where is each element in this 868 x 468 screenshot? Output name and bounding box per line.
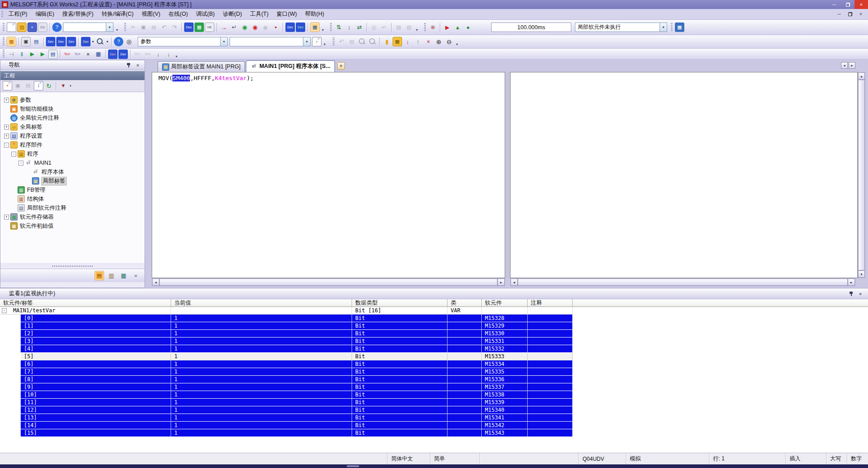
- bookmark-list-icon[interactable]: ▦: [393, 37, 402, 46]
- debug-task-list-icon[interactable]: ▤: [48, 50, 58, 59]
- read-from-plc-icon[interactable]: ↵: [230, 22, 239, 32]
- watch-row-[15][interactable]: [15]1BitM15343: [0, 429, 868, 437]
- horizontal-scrollbar-left[interactable]: ◄ ►: [152, 278, 505, 286]
- bookmark-set-icon[interactable]: ▮: [382, 37, 392, 46]
- write-to-plc-icon[interactable]: →: [219, 22, 229, 32]
- toolbar-overflow-icon[interactable]: ▾: [454, 37, 460, 46]
- toolbar-overflow-icon[interactable]: ▾: [174, 50, 179, 58]
- nav-resize-grip[interactable]: [0, 264, 145, 268]
- watch-column-header[interactable]: 数据类型: [352, 299, 448, 307]
- mdi-restore-button[interactable]: [846, 11, 854, 18]
- scroll-down-button[interactable]: ▼: [858, 270, 865, 278]
- tab-scroll-left-button[interactable]: ◄: [841, 62, 848, 69]
- menu-item[interactable]: 诊断(D): [219, 9, 246, 19]
- new-data-icon[interactable]: +: [3, 81, 12, 90]
- mdi-minimize-button[interactable]: ─: [836, 11, 843, 18]
- menu-item[interactable]: 帮助(H): [301, 9, 328, 19]
- watch-expander[interactable]: -: [2, 308, 7, 313]
- device-test-off-icon[interactable]: %×: [73, 50, 82, 59]
- device-comment-list-icon[interactable]: Dev: [46, 37, 55, 46]
- save-file-icon[interactable]: ▪: [27, 22, 37, 32]
- monitor-stop-icon[interactable]: ◉: [250, 22, 260, 32]
- sort-filter-icon[interactable]: ▼: [59, 81, 68, 90]
- menu-item[interactable]: 视图(V): [138, 9, 165, 19]
- tab-program-body[interactable]: ST MAIN1 [PRG] 程序本体 [S...: [246, 60, 335, 72]
- data-property-icon[interactable]: i: [34, 81, 43, 90]
- tree-item-结构体[interactable]: ▥结构体: [0, 194, 145, 203]
- watch-column-header[interactable]: 软元件: [482, 299, 528, 307]
- open-file-icon[interactable]: ▨: [17, 22, 27, 32]
- watch-row-[2][interactable]: [2]1BitM15330: [0, 330, 868, 338]
- toolbar-overflow-icon[interactable]: ▾: [322, 37, 327, 46]
- bookmark-delete-icon[interactable]: ×: [424, 37, 433, 46]
- scroll-left-button[interactable]: ◄: [511, 279, 518, 286]
- exec-register-all-icon[interactable]: ↓: [164, 50, 173, 59]
- device-reference-icon[interactable]: Dev: [67, 37, 76, 46]
- watch-row-[9][interactable]: [9]1BitM15337: [0, 383, 868, 391]
- vertical-scroll-thumb[interactable]: [858, 80, 865, 270]
- exec-cancel-all-icon[interactable]: ↓: [154, 50, 163, 59]
- chevron-down-icon[interactable]: ▼: [106, 23, 113, 32]
- tree-item-程序部件[interactable]: -*程序部件: [0, 140, 145, 149]
- device-batch-monitor-icon[interactable]: Dev: [184, 22, 194, 32]
- pin-icon[interactable]: [126, 63, 131, 68]
- st-code-pane-secondary[interactable]: [510, 72, 858, 278]
- tree-expander[interactable]: +: [4, 134, 9, 139]
- device-search-icon[interactable]: [95, 37, 105, 46]
- tree-item-参数[interactable]: +⚙参数: [0, 95, 145, 104]
- scroll-right-button[interactable]: ►: [497, 279, 505, 286]
- bookmark-prev-icon[interactable]: ↓: [403, 37, 412, 46]
- watch-column-header[interactable]: 当前值: [171, 299, 352, 307]
- navigation-window-icon[interactable]: ▦: [7, 37, 16, 46]
- monitor-mode-icon[interactable]: ▦: [310, 22, 320, 32]
- project-view-icon[interactable]: ▤: [95, 271, 104, 280]
- horizontal-scrollbar-right[interactable]: ◄ ►: [510, 278, 855, 286]
- step-over-icon[interactable]: ▶: [38, 50, 47, 59]
- tree-expander[interactable]: -: [4, 143, 9, 148]
- watch-row-[8][interactable]: [8]1BitM15336: [0, 376, 868, 383]
- watch-row-[11][interactable]: [11]1BitM15339: [0, 399, 868, 406]
- tree-item-软元件存储器[interactable]: +▦软元件存储器: [0, 212, 145, 221]
- tree-item-MAIN1[interactable]: -STMAIN1: [0, 158, 145, 167]
- outline-window-icon[interactable]: ▤: [32, 37, 41, 46]
- watch-row-[5][interactable]: [5]1BitM15333: [0, 353, 868, 360]
- tree-item-软元件初始值[interactable]: ▦软元件初始值: [0, 221, 145, 230]
- zoom-in-icon[interactable]: ⊕: [434, 37, 443, 46]
- new-file-icon[interactable]: [7, 22, 16, 32]
- step-pause-icon[interactable]: ‖: [17, 50, 27, 59]
- window-select-combo[interactable]: 参数▼: [138, 37, 228, 46]
- monitor-pulse-icon[interactable]: ⇄: [355, 22, 364, 32]
- tree-expander[interactable]: +: [4, 215, 9, 220]
- tree-item-程序[interactable]: -▤程序: [0, 149, 145, 158]
- editor-splitter[interactable]: [505, 72, 510, 278]
- nav-close-icon[interactable]: ×: [135, 62, 141, 68]
- menu-item[interactable]: 窗口(W): [272, 9, 301, 19]
- scroll-left-button[interactable]: ◄: [152, 279, 159, 286]
- watch-register-icon[interactable]: ▦: [94, 50, 103, 59]
- find-binoculars-icon[interactable]: ◎: [124, 37, 134, 46]
- mdi-close-button[interactable]: ×: [857, 11, 864, 18]
- quick-find-combo[interactable]: ▼: [63, 22, 113, 32]
- zoom-out-icon[interactable]: ⊖: [444, 37, 454, 46]
- device-display-icon[interactable]: Dev: [81, 37, 90, 46]
- tab-local-label-setting[interactable]: ▦ 局部标签设置 MAIN1 [PRG]: [158, 61, 245, 72]
- vertical-scrollbar[interactable]: ▲ ▼: [858, 72, 865, 278]
- menu-item[interactable]: 编辑(E): [32, 9, 59, 19]
- watch-close-icon[interactable]: ×: [857, 291, 863, 297]
- restore-button[interactable]: [841, 0, 854, 9]
- device-register-icon[interactable]: Dev: [296, 22, 305, 32]
- dropdown-arrow-icon[interactable]: ▼: [105, 37, 109, 46]
- tree-expander[interactable]: +: [4, 125, 9, 130]
- user-library-view-icon[interactable]: ▥: [107, 271, 116, 280]
- tree-item-智能功能模块[interactable]: ▣智能功能模块: [0, 104, 145, 113]
- watch-parent-row[interactable]: -MAIN1/testVarBit [16]VAR: [0, 307, 868, 315]
- tree-item-程序本体[interactable]: ST程序本体: [0, 167, 145, 176]
- step-stop-icon[interactable]: ⊣: [7, 50, 16, 59]
- zoom-select-combo[interactable]: ▼: [230, 37, 311, 46]
- module-configuration-icon[interactable]: ▣: [21, 37, 31, 46]
- tree-expander[interactable]: -: [11, 152, 16, 157]
- tree-item-FB管理[interactable]: ▥FB管理: [0, 185, 145, 194]
- intelligent-monitor-icon[interactable]: HK: [205, 22, 214, 32]
- watch-row-[12][interactable]: [12]1BitM15340: [0, 406, 868, 414]
- scroll-up-button[interactable]: ▲: [858, 72, 865, 80]
